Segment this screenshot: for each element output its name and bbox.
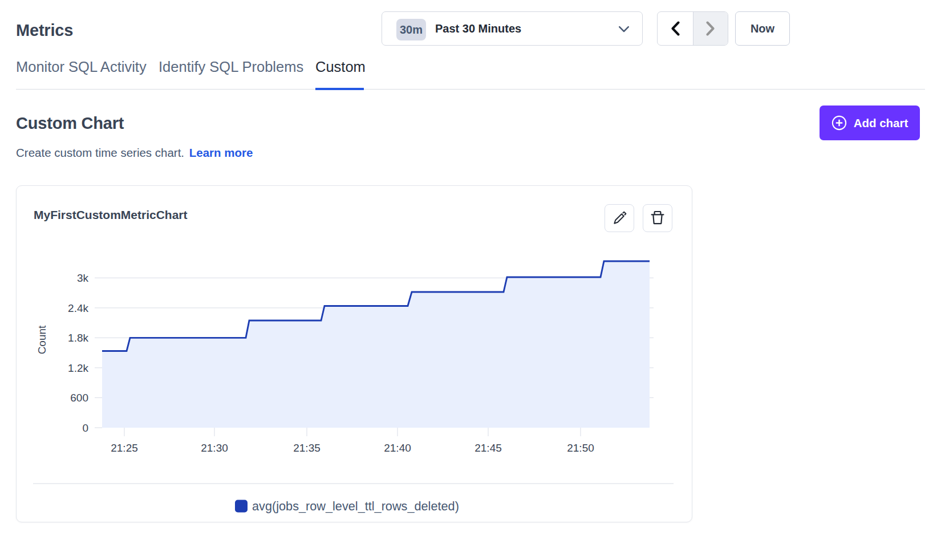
- svg-text:0: 0: [82, 422, 88, 434]
- svg-text:1.8k: 1.8k: [68, 332, 88, 344]
- svg-text:21:50: 21:50: [567, 442, 594, 454]
- svg-text:Count: Count: [36, 325, 48, 354]
- svg-text:3k: 3k: [77, 272, 89, 284]
- svg-text:21:30: 21:30: [201, 442, 228, 454]
- svg-text:21:45: 21:45: [474, 442, 502, 454]
- svg-text:600: 600: [70, 392, 88, 404]
- svg-text:21:35: 21:35: [293, 442, 321, 454]
- svg-text:avg(jobs_row_level_ttl_rows_de: avg(jobs_row_level_ttl_rows_deleted): [252, 499, 459, 513]
- svg-text:2.4k: 2.4k: [68, 302, 88, 314]
- svg-text:1.2k: 1.2k: [68, 362, 88, 374]
- svg-text:21:40: 21:40: [384, 442, 411, 454]
- svg-text:21:25: 21:25: [111, 442, 138, 454]
